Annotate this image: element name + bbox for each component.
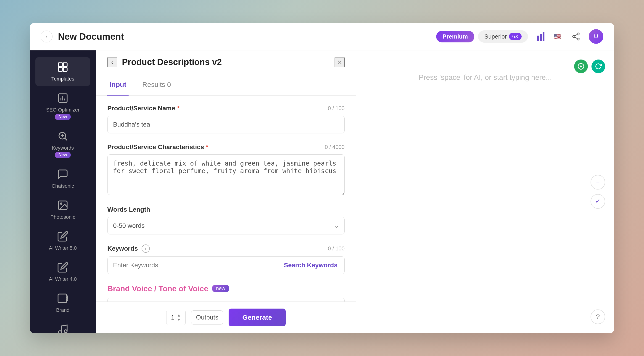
keywords-new-badge: New bbox=[55, 152, 70, 158]
check-action-button[interactable]: ✓ bbox=[590, 194, 605, 209]
sidebar-item-aiwriter5[interactable]: AI Writer 5.0 bbox=[36, 226, 90, 255]
seo-new-badge: New bbox=[55, 114, 70, 120]
product-name-input[interactable] bbox=[107, 116, 344, 133]
main-body: Templates SEO Optimizer New bbox=[30, 50, 614, 333]
svg-point-18 bbox=[60, 203, 62, 204]
sidebar-label-seo: SEO Optimizer bbox=[46, 107, 80, 113]
svg-line-14 bbox=[65, 138, 67, 140]
editor-placeholder: Press 'space' for AI, or start typing he… bbox=[418, 73, 552, 82]
words-length-label: Words Length bbox=[107, 206, 344, 213]
product-name-count: 0 / 100 bbox=[328, 105, 344, 112]
keywords-group: Keywords i 0 / 100 Search Keywords bbox=[107, 244, 344, 274]
outputs-label: Outputs bbox=[191, 310, 223, 325]
sidebar-label-aiwriter5: AI Writer 5.0 bbox=[49, 245, 77, 251]
keywords-icon bbox=[57, 131, 68, 143]
app-window: ‹ New Document Premium Superior 6X 🇺🇸 bbox=[30, 23, 614, 333]
refresh-icon-button[interactable] bbox=[592, 59, 605, 73]
share-icon[interactable] bbox=[570, 30, 582, 42]
header-badges: Premium Superior 6X bbox=[436, 30, 528, 43]
brand-voice-select[interactable]: Please select a Brand Voice / Tone of Vo… bbox=[107, 298, 344, 302]
stepper-down-button[interactable]: ▼ bbox=[177, 318, 181, 322]
words-length-select[interactable]: 0-50 words 50-100 words 100-200 words bbox=[107, 217, 344, 234]
sidebar-item-audiosonic[interactable]: Audiosonic bbox=[36, 320, 90, 333]
chatsonic-icon bbox=[57, 169, 68, 181]
words-length-label-text: Words Length bbox=[107, 206, 150, 213]
brand-voice-select-wrapper: Please select a Brand Voice / Tone of Vo… bbox=[107, 298, 344, 302]
header-back-button[interactable]: ‹ bbox=[41, 30, 52, 42]
tab-input[interactable]: Input bbox=[107, 74, 128, 96]
brand-voice-group: Brand Voice / Tone of Voice new Please s… bbox=[107, 284, 344, 302]
characteristics-label: Product/Service Characteristics * 0 / 40… bbox=[107, 144, 344, 151]
svg-rect-8 bbox=[63, 67, 67, 71]
sidebar-label-aiwriter4: AI Writer 4.0 bbox=[49, 276, 77, 282]
svg-rect-7 bbox=[58, 67, 62, 71]
panel-back-button[interactable]: ‹ bbox=[107, 57, 118, 67]
svg-rect-6 bbox=[63, 63, 67, 67]
svg-point-2 bbox=[577, 38, 579, 40]
left-panel: ‹ Product Descriptions v2 × Input Result… bbox=[96, 50, 356, 333]
svg-point-0 bbox=[577, 33, 579, 35]
search-keywords-button[interactable]: Search Keywords bbox=[277, 257, 344, 274]
sidebar-label-chatsonic: Chatsonic bbox=[52, 183, 74, 189]
help-button[interactable]: ? bbox=[590, 310, 605, 324]
avatar[interactable]: U bbox=[589, 29, 603, 44]
outputs-count: 1 bbox=[171, 314, 175, 321]
tab-results[interactable]: Results 0 bbox=[140, 74, 173, 96]
aiwriter5-icon bbox=[57, 231, 68, 243]
templates-icon bbox=[57, 61, 68, 74]
right-panel: Press 'space' for AI, or start typing he… bbox=[356, 50, 614, 333]
words-length-group: Words Length 0-50 words 50-100 words 100… bbox=[107, 206, 344, 234]
words-length-select-wrapper: 0-50 words 50-100 words 100-200 words ⌄ bbox=[107, 217, 344, 234]
sidebar-label-brand: Brand bbox=[56, 307, 70, 313]
editor-top-right-actions bbox=[574, 59, 605, 73]
sidebar-item-aiwriter4[interactable]: AI Writer 4.0 bbox=[36, 257, 90, 286]
keywords-info-icon[interactable]: i bbox=[142, 244, 150, 253]
product-name-label: Product/Service Name * 0 / 100 bbox=[107, 105, 344, 112]
side-actions: ≡ ✓ bbox=[590, 175, 605, 209]
seo-icon bbox=[57, 92, 68, 105]
flag-icon[interactable]: 🇺🇸 bbox=[551, 30, 563, 42]
sidebar-item-brand[interactable]: Brand bbox=[36, 289, 90, 317]
keywords-count: 0 / 100 bbox=[328, 245, 344, 252]
sidebar-label-photosonic: Photosonic bbox=[50, 214, 75, 220]
form-content: Product/Service Name * 0 / 100 Product/S… bbox=[96, 96, 356, 302]
header: ‹ New Document Premium Superior 6X 🇺🇸 bbox=[30, 23, 614, 50]
stepper-up-button[interactable]: ▲ bbox=[177, 313, 181, 317]
sidebar-item-keywords[interactable]: Keywords New bbox=[36, 126, 90, 162]
panel-title: Product Descriptions v2 bbox=[122, 57, 330, 67]
superior-badge: Superior 6X bbox=[478, 30, 528, 43]
page-title: New Document bbox=[58, 31, 436, 42]
editor-area[interactable]: Press 'space' for AI, or start typing he… bbox=[356, 50, 614, 333]
sidebar-item-photosonic[interactable]: Photosonic bbox=[36, 195, 90, 224]
sidebar-label-keywords: Keywords bbox=[52, 145, 74, 151]
product-name-group: Product/Service Name * 0 / 100 bbox=[107, 105, 344, 133]
sidebar-item-seo[interactable]: SEO Optimizer New bbox=[36, 88, 90, 124]
generate-button[interactable]: Generate bbox=[228, 309, 286, 326]
svg-point-19 bbox=[58, 331, 62, 333]
premium-badge: Premium bbox=[436, 31, 474, 42]
svg-point-1 bbox=[573, 35, 575, 38]
sidebar-label-templates: Templates bbox=[52, 76, 74, 82]
brand-icon bbox=[57, 293, 68, 305]
tabs: Input Results 0 bbox=[96, 74, 356, 96]
brand-voice-new-badge: new bbox=[212, 285, 229, 292]
sidebar-item-chatsonic[interactable]: Chatsonic bbox=[36, 165, 90, 193]
characteristics-group: Product/Service Characteristics * 0 / 40… bbox=[107, 144, 344, 196]
characteristics-input[interactable]: fresh, delicate mix of white and green t… bbox=[107, 154, 344, 195]
copy-icon-button[interactable] bbox=[574, 59, 588, 73]
stepper-buttons: ▲ ▼ bbox=[177, 313, 181, 322]
credits-icon bbox=[537, 32, 544, 41]
outputs-stepper: 1 ▲ ▼ bbox=[166, 310, 186, 325]
aiwriter4-icon bbox=[57, 262, 68, 274]
svg-line-3 bbox=[575, 37, 577, 38]
keywords-input[interactable] bbox=[108, 257, 277, 274]
sidebar-item-templates[interactable]: Templates bbox=[36, 57, 90, 86]
header-right-actions: 🇺🇸 U bbox=[537, 29, 603, 44]
panel-close-button[interactable]: × bbox=[334, 57, 344, 67]
audiosonic-icon bbox=[57, 324, 68, 333]
keywords-input-row: Search Keywords bbox=[107, 256, 344, 274]
brand-voice-title: Brand Voice / Tone of Voice new bbox=[107, 284, 344, 293]
lines-action-button[interactable]: ≡ bbox=[590, 175, 605, 189]
svg-point-20 bbox=[64, 330, 67, 333]
svg-line-4 bbox=[575, 34, 577, 36]
